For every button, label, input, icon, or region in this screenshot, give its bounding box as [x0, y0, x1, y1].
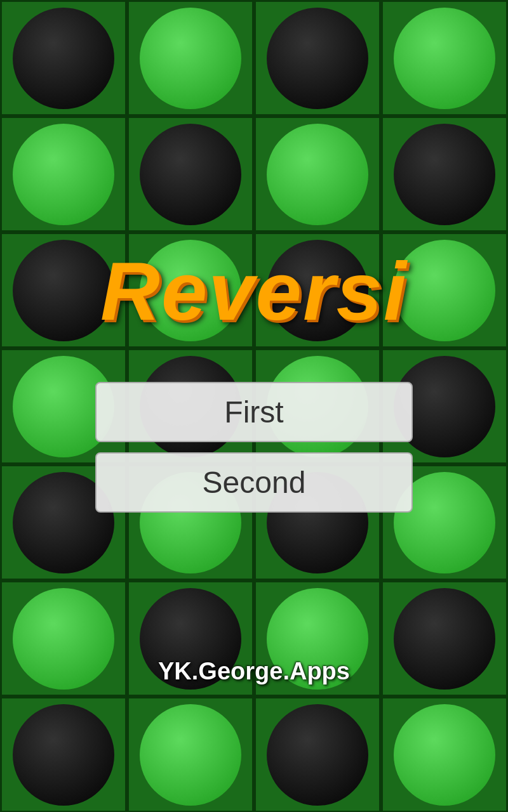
- first-button[interactable]: First: [95, 382, 413, 442]
- app-title: Reversi: [100, 244, 408, 339]
- menu-overlay: Reversi First Second: [0, 0, 508, 812]
- credits-text: YK.George.Apps: [158, 658, 350, 685]
- second-button[interactable]: Second: [95, 452, 413, 513]
